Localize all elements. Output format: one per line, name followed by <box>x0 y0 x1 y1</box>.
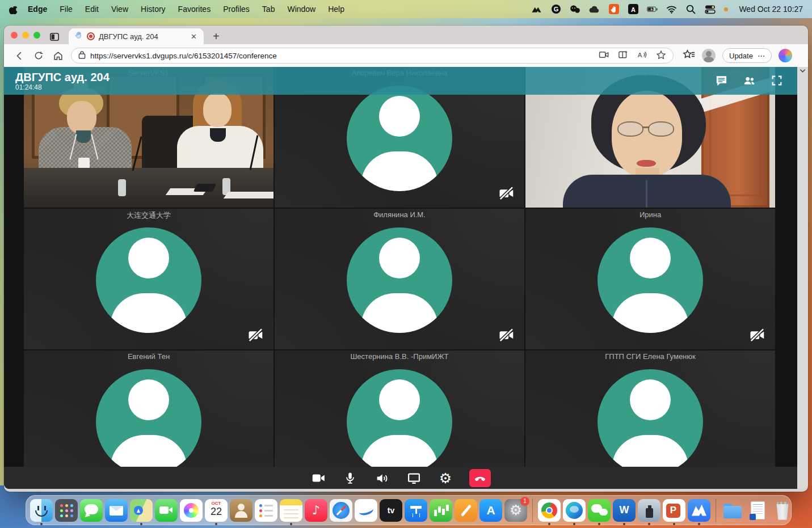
grammarly-icon[interactable]: G <box>550 4 561 15</box>
menu-edit[interactable]: Edit <box>85 5 99 14</box>
battery-charging-icon[interactable] <box>647 4 658 15</box>
wifi-icon[interactable] <box>666 4 677 15</box>
dock-edge-icon[interactable] <box>563 499 586 522</box>
menu-help[interactable]: Help <box>328 5 344 14</box>
dock-finder-icon[interactable] <box>30 499 53 522</box>
dock-numbers-icon[interactable] <box>430 499 452 522</box>
running-indicator <box>623 523 625 525</box>
dock-contacts-icon[interactable] <box>230 499 253 522</box>
wechat-icon[interactable] <box>570 4 580 15</box>
menu-file[interactable]: File <box>60 5 73 14</box>
back-icon[interactable] <box>11 47 28 64</box>
screen-share-button[interactable] <box>406 470 422 486</box>
dock-facetime-icon[interactable] <box>155 499 178 522</box>
video-tile-6[interactable]: Ирина <box>525 209 775 349</box>
dock-launchpad-icon[interactable] <box>55 499 78 522</box>
menu-favorites[interactable]: Favorites <box>178 5 211 14</box>
dock-notes-icon[interactable] <box>280 499 302 522</box>
dock-divider <box>532 499 533 522</box>
dock-appletv-icon[interactable]: tv <box>380 499 402 522</box>
menu-view[interactable]: View <box>111 5 128 14</box>
participants-icon[interactable] <box>743 74 756 87</box>
dock-documents-icon[interactable] <box>746 499 769 522</box>
more-options-icon[interactable]: ⋯ <box>758 52 765 60</box>
favorite-star-icon[interactable] <box>656 50 666 61</box>
participant-name: 大连交通大学 <box>24 210 274 221</box>
dock-reminders-icon[interactable] <box>255 499 277 522</box>
hang-up-button[interactable] <box>469 469 491 487</box>
menu-history[interactable]: History <box>141 5 166 14</box>
update-label: Update <box>729 52 753 60</box>
dock-settings-icon[interactable]: ⚙1 <box>504 499 527 522</box>
recording-dot <box>724 7 728 11</box>
dock-word-icon[interactable]: W <box>613 499 636 522</box>
dock-appstore-icon[interactable]: A <box>479 499 502 522</box>
dock-freeform-icon[interactable] <box>355 499 377 522</box>
dock-powerpoint-icon[interactable]: P <box>663 499 685 522</box>
split-screen-icon[interactable] <box>618 50 628 61</box>
read-aloud-icon[interactable]: A <box>637 50 647 61</box>
home-icon[interactable] <box>49 47 66 64</box>
reload-icon[interactable] <box>30 47 47 64</box>
dock-trash-icon[interactable] <box>771 499 794 522</box>
page-scrollbar[interactable] <box>797 67 808 489</box>
tab-close-icon[interactable]: ✕ <box>190 32 198 41</box>
dock-music-icon[interactable]: ♪ <box>305 499 327 522</box>
apple-logo-icon[interactable] <box>9 4 18 14</box>
video-tile-8[interactable]: Шестернина В.В. -ПримИЖТ <box>275 350 524 467</box>
speaker-button[interactable] <box>374 470 390 486</box>
microphone-button[interactable] <box>342 470 358 486</box>
copilot-icon[interactable] <box>779 49 792 62</box>
input-source-icon[interactable]: A <box>628 4 638 15</box>
dock-pages-icon[interactable] <box>455 499 477 522</box>
camera-button[interactable] <box>310 470 326 486</box>
screen-app-icon[interactable] <box>608 4 619 15</box>
video-tile-5[interactable]: Филянина И.М. <box>275 209 524 349</box>
browser-tab[interactable]: ДВГУПС ауд. 204 ✕ <box>69 28 204 44</box>
dock-keynote-icon[interactable] <box>405 499 427 522</box>
dock-meetings-icon[interactable] <box>688 499 710 522</box>
camera-indicator-icon[interactable] <box>599 50 609 61</box>
new-tab-button[interactable]: + <box>213 31 220 42</box>
search-icon[interactable] <box>685 4 696 15</box>
dock-photos-icon[interactable] <box>180 499 203 522</box>
cloud-icon[interactable] <box>589 4 600 15</box>
fullscreen-icon[interactable] <box>771 74 784 87</box>
settings-button[interactable]: ⚙ <box>437 470 453 486</box>
address-bar[interactable]: https://servervks1.dvgups.ru/c/615320145… <box>71 48 674 64</box>
video-tile-7[interactable]: Евгений Тен <box>24 350 274 467</box>
update-button[interactable]: Update ⋯ <box>722 48 772 63</box>
dock-chrome-icon[interactable] <box>538 499 561 522</box>
dock-preview-icon[interactable] <box>638 499 660 522</box>
running-indicator <box>140 523 142 525</box>
notification-badge: 1 <box>520 497 529 506</box>
video-tile-4[interactable]: 大连交通大学 <box>24 209 274 349</box>
meeting-chevrons-icon[interactable] <box>531 4 542 15</box>
dock-calendar-icon[interactable]: OCT22 <box>205 499 228 522</box>
menu-edge[interactable]: Edge <box>28 5 47 14</box>
url-text[interactable]: https://servervks1.dvgups.ru/c/615320145… <box>90 52 594 60</box>
dock-wechat-icon[interactable] <box>588 499 611 522</box>
menu-clock[interactable]: Wed Oct 22 10:27 <box>739 5 803 14</box>
favorites-list-icon[interactable] <box>683 49 695 62</box>
tab-actions-icon[interactable] <box>49 32 60 42</box>
dock-messages-icon[interactable] <box>80 499 103 522</box>
control-center-icon[interactable] <box>705 4 716 15</box>
zoom-window-button[interactable] <box>33 32 40 39</box>
close-window-button[interactable] <box>11 32 18 39</box>
dock-safari-icon[interactable] <box>330 499 352 522</box>
menu-window[interactable]: Window <box>287 5 315 14</box>
video-tile-9[interactable]: ГПТП СГИ Елена Гуменюк <box>525 350 775 467</box>
browser-window: ДВГУПС ауд. 204 ✕ + https://servervks1.d… <box>4 26 808 492</box>
participant-avatar <box>96 227 201 333</box>
chat-icon[interactable] <box>715 74 728 87</box>
window-controls <box>11 26 40 44</box>
menu-profiles[interactable]: Profiles <box>223 5 250 14</box>
participant-name: Филянина И.М. <box>275 210 524 219</box>
minimize-window-button[interactable] <box>22 32 29 39</box>
profile-avatar[interactable] <box>702 49 716 62</box>
menu-tab[interactable]: Tab <box>262 5 275 14</box>
dock-folder-icon[interactable] <box>721 499 744 522</box>
dock-mail-icon[interactable] <box>105 499 128 522</box>
dock-maps-icon[interactable] <box>130 499 153 522</box>
